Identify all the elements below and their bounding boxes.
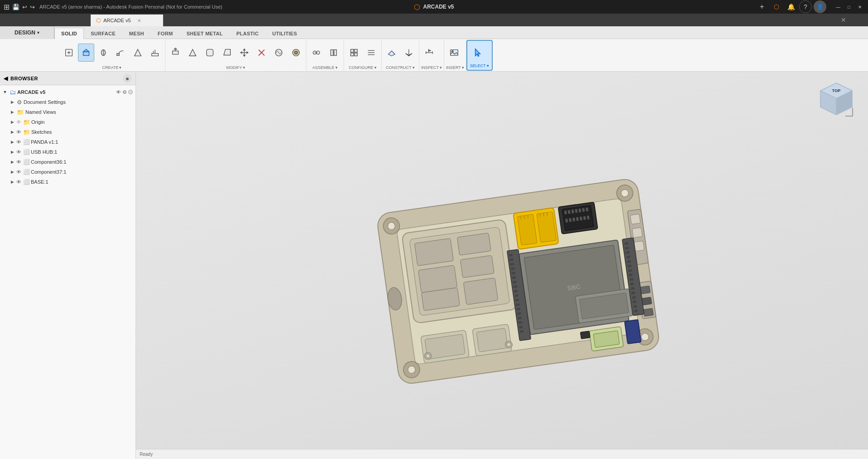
- press-pull2-btn[interactable]: [184, 44, 201, 62]
- loft-btn[interactable]: [130, 44, 146, 62]
- svg-rect-7: [117, 53, 120, 55]
- tree-base-expand[interactable]: ▶: [9, 179, 15, 185]
- svg-marker-4: [83, 49, 89, 52]
- physical-material-btn[interactable]: [271, 44, 287, 62]
- axis-btn[interactable]: [401, 44, 417, 62]
- app-tab-icon: ⬡: [96, 17, 101, 24]
- svg-rect-86: [463, 278, 498, 305]
- close-btn[interactable]: ✕: [855, 2, 864, 11]
- tree-item-named-views[interactable]: ▶ 📁 Named Views: [0, 107, 136, 117]
- tree-eye-comp37[interactable]: 👁: [16, 169, 21, 175]
- insert-image-btn[interactable]: [446, 44, 462, 62]
- tree-collapse-icon[interactable]: ▼: [2, 89, 8, 95]
- move-btn[interactable]: [236, 44, 252, 62]
- svg-marker-15: [189, 49, 196, 56]
- tree-eye-closed-icon[interactable]: 👁: [16, 119, 21, 125]
- tree-panda-expand[interactable]: ▶: [9, 139, 15, 145]
- tab-utilities[interactable]: UTILITIES: [266, 28, 304, 39]
- tree-eye-base[interactable]: 👁: [16, 179, 21, 185]
- tree-eye-panda[interactable]: 👁: [16, 139, 21, 145]
- app-tab[interactable]: ⬡ ARCADE v5 ✕: [91, 15, 163, 26]
- tab-mesh[interactable]: MESH: [122, 28, 151, 39]
- design-button[interactable]: DESIGN ▾: [0, 26, 54, 39]
- title-text: ARCADE v5 (arnov sharma) - Autodesk Fusi…: [39, 4, 222, 10]
- tree-item-root[interactable]: ▼ 🗂 ARCADE v5 👁 ⚙: [0, 87, 136, 97]
- tab-solid[interactable]: SOLID: [54, 28, 84, 39]
- tree-sketches-folder-icon: 📁: [23, 129, 30, 136]
- undo-icon[interactable]: ↩: [22, 4, 27, 10]
- tree-item-origin[interactable]: ▶ 👁 📁 Origin: [0, 117, 136, 127]
- app-menu-icon[interactable]: ⊞: [4, 3, 10, 11]
- tree-named-views-expand[interactable]: ▶: [9, 109, 15, 115]
- delete-btn[interactable]: [253, 44, 270, 62]
- tree-sketches-label: Sketches: [31, 129, 52, 135]
- tree-item-doc-settings[interactable]: ▶ ⚙ Document Settings: [0, 97, 136, 107]
- svg-rect-17: [207, 49, 213, 56]
- joint-btn[interactable]: [308, 44, 325, 62]
- measure-btn[interactable]: ⊢: [421, 44, 437, 62]
- tree-doc-settings-label: Document Settings: [24, 99, 66, 105]
- select-btn[interactable]: [470, 44, 486, 62]
- appearance-btn[interactable]: [288, 44, 304, 62]
- tree-origin-label: Origin: [31, 119, 44, 125]
- tree-item-panda[interactable]: ▶ 👁 ⬜ PANDA v1:1: [0, 137, 136, 147]
- rib-btn[interactable]: [147, 44, 163, 62]
- viewport[interactable]: TOP z: [136, 72, 868, 459]
- configure2-btn[interactable]: [363, 44, 379, 62]
- select-buttons: [470, 42, 486, 63]
- tree-origin-expand[interactable]: ▶: [9, 119, 15, 125]
- autodesk-icon[interactable]: ⬡: [770, 0, 783, 13]
- new-tab-btn[interactable]: [163, 14, 176, 26]
- chamfer-btn[interactable]: [219, 44, 235, 62]
- browser-settings-btn[interactable]: ●: [123, 74, 132, 83]
- close-tab-x[interactable]: ✕: [837, 14, 850, 26]
- notification-icon[interactable]: 🔔: [785, 0, 797, 13]
- tab-surface[interactable]: SURFACE: [84, 28, 122, 39]
- tree-comp36-expand[interactable]: ▶: [9, 159, 15, 165]
- tree-expand-icon[interactable]: ▶: [9, 99, 15, 105]
- tree-root-settings[interactable]: ⚙: [122, 89, 127, 95]
- svg-marker-18: [224, 49, 231, 55]
- tree-comp37-expand[interactable]: ▶: [9, 169, 15, 175]
- app-tab-close-btn[interactable]: ✕: [137, 18, 141, 23]
- tree-item-comp37[interactable]: ▶ 👁 ⬜ Component37:1: [0, 167, 136, 177]
- redo-icon[interactable]: ↪: [30, 4, 35, 10]
- help-icon[interactable]: ?: [799, 0, 812, 13]
- browser-back-icon[interactable]: ◀: [4, 75, 8, 82]
- sweep-btn[interactable]: [112, 44, 129, 62]
- minimize-btn[interactable]: —: [834, 2, 843, 11]
- tree-item-sketches[interactable]: ▶ 👁 📁 Sketches: [0, 127, 136, 137]
- revolve-btn[interactable]: [95, 44, 112, 62]
- fillet-btn[interactable]: [202, 44, 218, 62]
- tree-eye-usb[interactable]: 👁: [16, 149, 21, 155]
- new-component-btn[interactable]: [61, 44, 77, 62]
- svg-rect-77: [642, 297, 652, 305]
- tree-root-eye[interactable]: 👁: [116, 89, 121, 95]
- profile-icon[interactable]: 👤: [814, 0, 826, 13]
- maximize-btn[interactable]: □: [844, 2, 853, 11]
- plus-btn[interactable]: +: [756, 0, 768, 13]
- configure1-btn[interactable]: [346, 44, 362, 62]
- tree-item-usb-hub[interactable]: ▶ 👁 ⬜ USB HUB:1: [0, 147, 136, 157]
- save-icon[interactable]: 💾: [12, 4, 19, 10]
- toolbar-wrapper: DESIGN ▾ SOLID SURFACE MESH FORM SHEET M…: [0, 26, 868, 72]
- tree-usb-expand[interactable]: ▶: [9, 149, 15, 155]
- tab-sheet-metal[interactable]: SHEET METAL: [179, 28, 229, 39]
- tab-plastic[interactable]: PLASTIC: [229, 28, 265, 39]
- plane-btn[interactable]: [383, 44, 400, 62]
- tree-sketches-expand[interactable]: ▶: [9, 129, 15, 135]
- extrude-btn[interactable]: [78, 44, 94, 62]
- tree-eye-comp36[interactable]: 👁: [16, 159, 21, 165]
- svg-rect-139: [580, 331, 590, 339]
- tabs-container: SOLID SURFACE MESH FORM SHEET METAL PLAS…: [54, 26, 304, 39]
- tree-item-comp36[interactable]: ▶ 👁 ⬜ Component36:1: [0, 157, 136, 167]
- tree-item-base[interactable]: ▶ 👁 ⬜ BASE:1: [0, 177, 136, 187]
- tree-eye-icon[interactable]: 👁: [16, 129, 21, 135]
- joint2-btn[interactable]: [325, 44, 342, 62]
- tree-root-label: ARCADE v5: [17, 89, 45, 95]
- tab-form[interactable]: FORM: [151, 28, 180, 39]
- construct-label: CONSTRUCT ▾: [383, 65, 417, 71]
- tree-panda-comp-icon: ⬜: [23, 139, 30, 145]
- browser-panel: ◀ BROWSER ● ▼ 🗂 ARCADE v5 👁 ⚙ ▶: [0, 72, 136, 459]
- press-pull-btn[interactable]: [167, 44, 184, 62]
